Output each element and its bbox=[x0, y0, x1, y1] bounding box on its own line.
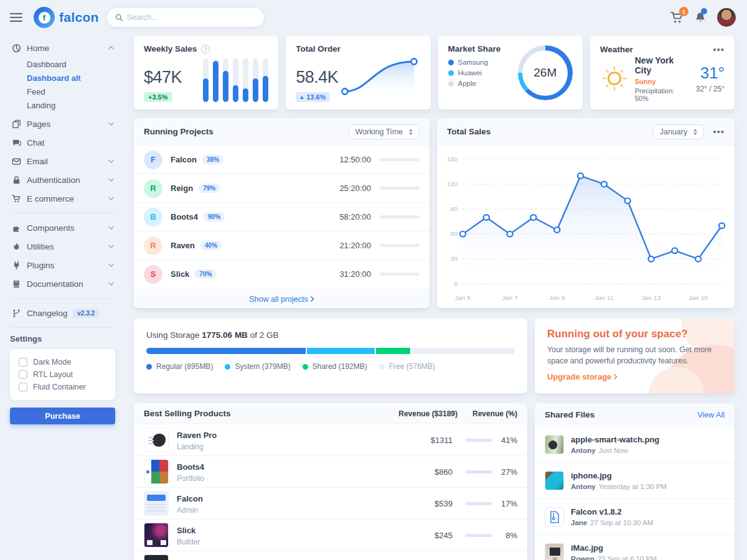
dark-mode-toggle[interactable]: Dark Mode bbox=[17, 356, 108, 368]
view-all-link[interactable]: View All bbox=[697, 411, 725, 419]
file-user: Antony bbox=[571, 447, 596, 454]
sort-arrows-icon bbox=[693, 129, 697, 135]
notifications-button[interactable] bbox=[694, 11, 707, 24]
hamburger-menu-icon[interactable] bbox=[10, 13, 22, 22]
product-name[interactable]: Slick bbox=[177, 526, 195, 535]
total-sales-line-chart: 0306090120150Jan 5Jan 7Jan 9Jan 11Jan 13… bbox=[439, 149, 730, 305]
project-name[interactable]: Reign bbox=[171, 184, 193, 193]
market-share-card: Market Share Samsung Huawei bbox=[438, 36, 583, 110]
project-name[interactable]: Raven bbox=[171, 241, 195, 250]
sidebar-item-email[interactable]: Email bbox=[10, 152, 115, 170]
ellipsis-menu-icon[interactable] bbox=[713, 126, 725, 137]
card-title: Best Selling Products bbox=[144, 409, 375, 418]
sidebar-divider bbox=[10, 327, 115, 328]
sidebar-item-label: Authentication bbox=[27, 175, 80, 185]
project-name[interactable]: Falcon bbox=[171, 155, 197, 164]
help-icon[interactable] bbox=[201, 45, 210, 54]
sidebar-item-feed[interactable]: Feed bbox=[27, 85, 115, 98]
legend-item-free: Free (576MB) bbox=[379, 362, 435, 371]
upgrade-storage-link[interactable]: Upgrade storage bbox=[547, 372, 618, 381]
card-title: Running Projects bbox=[144, 127, 214, 136]
top-navbar: f falcon 1 bbox=[0, 0, 747, 35]
lock-icon bbox=[11, 175, 21, 185]
brand-logo[interactable]: f falcon bbox=[34, 7, 99, 28]
file-user: Antony bbox=[571, 483, 596, 490]
product-name[interactable]: Falcon bbox=[177, 494, 203, 503]
product-revenue: $1311 bbox=[404, 436, 453, 445]
cart-icon bbox=[11, 194, 21, 203]
chevron-right-icon bbox=[311, 296, 314, 302]
month-select[interactable]: January bbox=[653, 124, 704, 139]
product-name[interactable]: Boots4 bbox=[177, 462, 204, 472]
project-avatar: R bbox=[144, 236, 162, 255]
file-user: Rowen bbox=[571, 555, 594, 560]
product-name[interactable]: Raven Pro bbox=[177, 431, 217, 440]
sun-icon bbox=[600, 64, 629, 93]
sidebar-item-dashboard-alt[interactable]: Dashboard alt bbox=[27, 71, 115, 85]
card-title: Market Share bbox=[448, 44, 501, 54]
project-percent-badge: 38% bbox=[202, 155, 223, 164]
revenue-progress bbox=[465, 439, 492, 442]
dark-mode-checkbox[interactable] bbox=[19, 358, 27, 366]
fluid-container-toggle[interactable]: Fluid Container bbox=[17, 381, 108, 393]
chevron-down-icon bbox=[108, 282, 114, 286]
product-thumbnail bbox=[144, 459, 169, 484]
sidebar-item-changelog[interactable]: Changelog v2.3.2 bbox=[10, 304, 115, 322]
file-name[interactable]: iphone.jpg bbox=[571, 471, 667, 480]
project-percent-badge: 40% bbox=[200, 241, 222, 250]
sidebar-item-ecommerce[interactable]: E commerce bbox=[10, 189, 115, 208]
sidebar-item-dashboard[interactable]: Dashboard bbox=[27, 57, 115, 71]
storage-segment bbox=[307, 348, 374, 354]
project-name[interactable]: Boots4 bbox=[171, 212, 198, 222]
search-input[interactable] bbox=[127, 13, 256, 22]
file-name[interactable]: Falcon v1.8.2 bbox=[571, 507, 653, 516]
legend-item-system: System (379MB) bbox=[225, 362, 290, 371]
storage-segment bbox=[376, 348, 410, 354]
search-box[interactable] bbox=[107, 8, 264, 27]
total-sales-chart: 0306090120150Jan 5Jan 7Jan 9Jan 11Jan 13… bbox=[437, 146, 735, 307]
sidebar-item-plugins[interactable]: Plugins bbox=[10, 256, 115, 274]
file-name[interactable]: iMac.jpg bbox=[571, 543, 657, 553]
product-percent: 17% bbox=[492, 499, 517, 508]
file-row-imac: iMac.jpg Rowen23 Sep at 6:10 PM bbox=[535, 535, 735, 560]
chevron-down-icon bbox=[108, 197, 114, 200]
project-row-reign: R Reign 79% 25:20:00 bbox=[134, 174, 430, 203]
file-name[interactable]: apple-smart-watch.png bbox=[571, 435, 659, 444]
pages-icon bbox=[11, 119, 21, 129]
rtl-layout-checkbox[interactable] bbox=[19, 370, 27, 379]
cart-button[interactable]: 1 bbox=[670, 11, 684, 24]
sidebar-item-home[interactable]: Home bbox=[10, 39, 115, 57]
checkbox-label: Dark Mode bbox=[33, 358, 71, 366]
user-avatar[interactable] bbox=[717, 8, 736, 27]
product-row-slick: SlickBuilder $245 8% bbox=[134, 520, 527, 551]
storage-title: Using Storage 1775.06 MB of 2 GB bbox=[146, 330, 515, 340]
sidebar-item-components[interactable]: Components bbox=[10, 218, 115, 237]
card-title: Weekly Sales bbox=[144, 44, 197, 54]
storage-card: Using Storage 1775.06 MB of 2 GB Regular… bbox=[134, 319, 527, 393]
sidebar-item-label: Changelog bbox=[27, 309, 67, 318]
sidebar-item-utilities[interactable]: Utilities bbox=[10, 237, 115, 256]
envelope-icon bbox=[11, 156, 21, 166]
sidebar-item-pages[interactable]: Pages bbox=[10, 114, 115, 133]
rtl-layout-toggle[interactable]: RTL Layout bbox=[17, 368, 108, 381]
product-revenue: $860 bbox=[404, 467, 453, 477]
product-revenue: $539 bbox=[404, 499, 453, 508]
show-all-projects-link[interactable]: Show all projects bbox=[134, 290, 430, 308]
sidebar-item-landing[interactable]: Landing bbox=[27, 98, 115, 112]
product-row-raven-pro: Raven ProLanding $1311 41% bbox=[134, 424, 527, 456]
sidebar-item-authentication[interactable]: Authentication bbox=[10, 170, 115, 189]
svg-text:0: 0 bbox=[454, 280, 458, 287]
working-time-select[interactable]: Working Time bbox=[349, 124, 420, 139]
total-sales-card: Total Sales January 0306090120150Jan 5Ja… bbox=[437, 118, 735, 308]
falcon-dashboard: f falcon 1 Home bbox=[0, 0, 747, 560]
fluid-container-checkbox[interactable] bbox=[19, 383, 27, 391]
ellipsis-menu-icon[interactable] bbox=[713, 44, 725, 55]
purchase-button[interactable]: Purchase bbox=[10, 408, 115, 424]
project-name[interactable]: Slick bbox=[171, 269, 189, 279]
sidebar: Home Dashboard Dashboard alt Feed Landin… bbox=[0, 35, 124, 560]
svg-text:120: 120 bbox=[447, 180, 458, 187]
sidebar-item-chat[interactable]: Chat bbox=[10, 133, 115, 152]
sidebar-item-label: Chat bbox=[27, 138, 45, 147]
navbar-actions: 1 bbox=[670, 8, 736, 27]
sidebar-item-documentation[interactable]: Documentation bbox=[10, 274, 115, 293]
